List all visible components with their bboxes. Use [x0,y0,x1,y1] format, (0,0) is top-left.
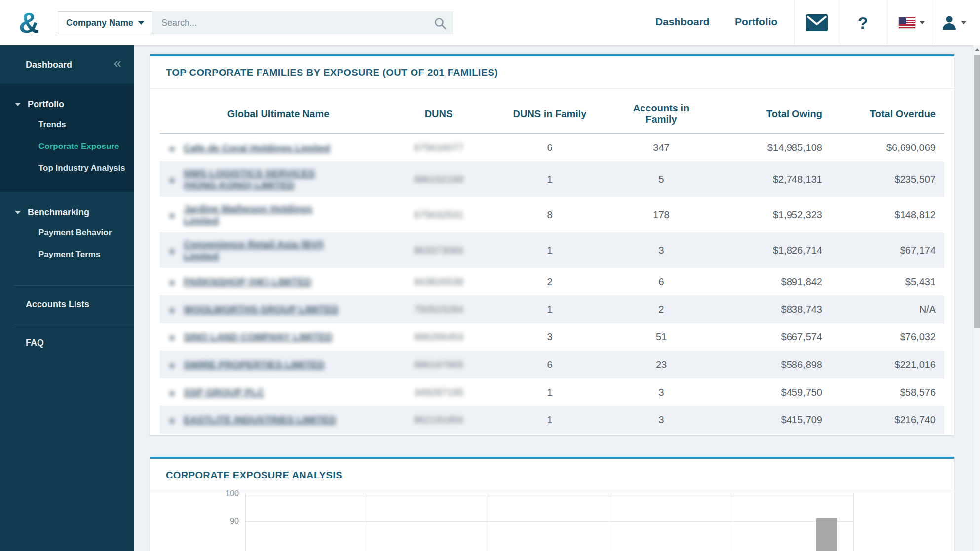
company-name-link[interactable]: SSP GROUP PLC [184,386,264,398]
duns-in-family-value: 1 [481,406,619,434]
duns-in-family-value: 3 [481,323,619,351]
search-input[interactable] [152,11,453,34]
sidebar-item-top-industry-analysis[interactable]: Top Industry Analysis [38,157,134,179]
chart-bar[interactable] [816,518,837,551]
v-gridline [245,494,246,551]
brand-ampersand-logo[interactable]: & [13,4,45,41]
duns-in-family-value: 1 [481,161,619,197]
sidebar-item-benchmarking[interactable]: Benchmarking [0,203,134,222]
vertical-scrollbar[interactable] [973,45,980,551]
company-name-link[interactable]: Cafe de Coral Holdings Limited [184,142,330,154]
sidebar-item-trends[interactable]: Trends [38,114,134,136]
expand-row-icon[interactable] [170,281,174,285]
expand-row-icon[interactable] [170,249,174,254]
sidebar-item-faq[interactable]: FAQ [0,331,134,355]
col-total-overdue[interactable]: Total Overdue [822,89,944,134]
duns-value: 686167665 [414,359,463,370]
total-overdue-value: N/A [822,295,944,323]
col-total-owing[interactable]: Total Owing [704,89,822,134]
h-gridline [245,494,853,494]
user-menu[interactable] [942,0,966,45]
duns-value: 686152199 [414,174,463,184]
expand-row-icon[interactable] [170,178,174,183]
total-owing-value: $2,748,131 [704,161,822,197]
total-owing-value: $891,842 [704,268,822,295]
company-name-link[interactable]: SWIRE PROPERTIES LIMITED [184,359,325,370]
total-owing-value: $14,985,108 [704,134,822,161]
sidebar-item-payment-terms[interactable]: Payment Terms [38,244,134,265]
total-overdue-value: $76,032 [822,323,944,351]
expand-row-icon[interactable] [170,147,174,151]
accounts-in-family-value: 3 [619,232,704,268]
expand-row-icon[interactable] [170,214,174,218]
v-gridline [610,494,610,551]
accounts-in-family-value: 3 [619,378,704,406]
col-accounts-in-family[interactable]: Accounts in Family [619,89,704,134]
expand-row-icon[interactable] [170,364,174,368]
expand-row-icon[interactable] [170,391,174,396]
table-row: EASTLITE INDUSTRIES LIMITED86219185613$4… [160,406,944,434]
col-global-ultimate-name[interactable]: Global Ultimate Name [160,89,397,134]
topbar-divider [887,0,887,45]
table-header-row: Global Ultimate Name DUNS DUNS in Family… [160,89,944,134]
sidebar-group-portfolio: Portfolio Trends Corporate Exposure Top … [0,84,134,192]
total-owing-value: $838,743 [704,295,822,323]
accounts-in-family-value: 347 [619,134,704,161]
sidebar-item-accounts-lists[interactable]: Accounts Lists [0,293,134,317]
table-row: NWS LOGISTICS SERVICES(HONG KONG) LIMITE… [160,161,944,197]
scrollbar-thumb[interactable] [974,55,980,328]
search-icon[interactable] [434,17,447,30]
chevron-down-icon [15,211,21,214]
mail-button[interactable] [805,0,828,45]
scroll-up-arrow[interactable] [973,45,980,54]
expand-row-icon[interactable] [170,308,174,313]
total-overdue-value: $67,174 [822,232,944,268]
company-name-link[interactable]: NWS LOGISTICS SERVICES(HONG KONG) LIMITE… [184,167,315,191]
total-owing-value: $1,826,714 [704,232,822,268]
company-name-link[interactable]: Convenience Retail Asia (BVI)Limited [184,238,324,262]
total-owing-value: $586,898 [704,351,822,378]
sidebar-group-benchmarking: Benchmarking Payment Behavior Payment Te… [0,192,134,278]
company-name-link[interactable]: Jardine Matheson HoldingsLimited [184,203,312,226]
duns-in-family-value: 1 [481,378,619,406]
help-button[interactable]: ? [858,0,868,45]
company-name-link[interactable]: PARKNSHOP (HK) LIMITED [184,276,311,288]
sidebar-collapse-icon[interactable]: « [113,56,121,70]
table-row: Jardine Matheson HoldingsLimited67563253… [160,197,944,232]
mail-icon [805,14,828,32]
v-gridline [489,494,489,551]
company-name-link[interactable]: WOOLWORTHS GROUP LIMITED [184,303,339,315]
table-row: Cafe de Coral Holdings Limited6756160776… [160,134,944,161]
topnav-dashboard-link[interactable]: Dashboard [655,16,710,28]
total-overdue-value: $235,507 [822,161,944,197]
table-row: SSP GROUP PLC34928719513$459,750$58,576 [160,378,944,406]
expand-row-icon[interactable] [170,336,174,340]
main-content: TOP CORPORATE FAMILIES BY EXPOSURE (OUT … [134,45,973,551]
table-row: SWIRE PROPERTIES LIMITED686167665623$586… [160,351,944,378]
col-duns-in-family[interactable]: DUNS in Family [481,89,619,134]
y-axis-tick-label: 90 [219,517,239,526]
exposure-analysis-chart: 10090 [150,491,954,551]
chevron-down-icon [961,21,966,24]
duns-in-family-value: 6 [481,134,619,161]
language-selector[interactable] [898,0,925,45]
sidebar-item-portfolio[interactable]: Portfolio [0,95,134,114]
sidebar-item-dashboard[interactable]: Dashboard « [0,45,134,84]
sidebar-item-corporate-exposure[interactable]: Corporate Exposure [38,136,134,157]
duns-value: 663826538 [414,276,463,287]
col-duns[interactable]: DUNS [397,89,481,134]
topnav-portfolio-link[interactable]: Portfolio [735,16,777,28]
chevron-down-icon [138,21,144,25]
search-field-box [152,11,453,34]
company-name-link[interactable]: EASTLITE INDUSTRIES LIMITED [184,414,336,426]
duns-value: 675616077 [414,142,463,153]
sidebar-item-payment-behavior[interactable]: Payment Behavior [38,222,134,244]
company-name-link[interactable]: SINO LAND COMPANY LIMITED [184,331,332,343]
top-corporate-families-card: TOP CORPORATE FAMILIES BY EXPOSURE (OUT … [150,54,954,435]
search-category-dropdown[interactable]: Company Name [58,11,152,34]
duns-value: 750523284 [414,304,463,315]
accounts-in-family-value: 178 [619,197,704,232]
v-gridline [732,494,732,551]
accounts-in-family-value: 3 [619,406,704,434]
expand-row-icon[interactable] [170,419,174,423]
